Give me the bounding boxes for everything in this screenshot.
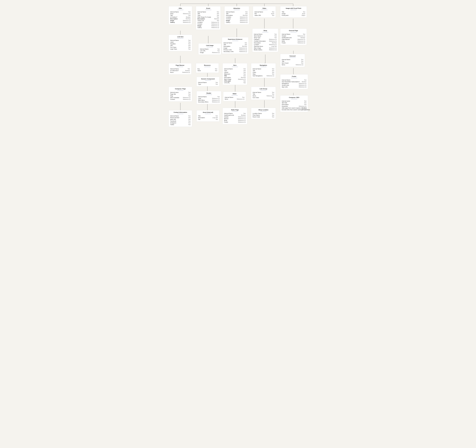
footer-title: Footer (282, 76, 306, 77)
field-row: Video URLText (255, 15, 274, 16)
field-row: HeaderReference (1) (282, 35, 305, 37)
field-row: Internal NameText (170, 11, 191, 13)
field-row: Css ClassText (170, 46, 191, 48)
field-row: Internal nameText (282, 100, 306, 102)
field-row: FileAsset (255, 13, 274, 15)
experience-enhancer-card: Experience Enhancer Internal NameText Ti… (222, 37, 249, 54)
field-row: Social LinksReference (1) (282, 84, 306, 86)
shop-location-card: Shop Location Location NameText Floor Na… (251, 108, 276, 119)
offer-title: Offer (170, 8, 191, 9)
field-row: Shop TypeText (254, 37, 277, 39)
field-row: TwitterText (170, 124, 191, 125)
field-row: Phone NumberText (170, 117, 191, 118)
field-row: Internal NameText (223, 42, 247, 44)
carousel-card: Carousel Internal NameText TitleText Ite… (280, 54, 305, 67)
field-row: Opening HoursLong Text (254, 45, 277, 47)
offer-card: Offer Internal NameText ShopReference (1… (169, 6, 192, 25)
field-row: GalleryReference (n) (170, 22, 191, 23)
shop-location-title: Shop Location (253, 109, 274, 111)
field-row: LabelText (170, 41, 191, 43)
field-row: Logo ClassText (170, 48, 191, 50)
compose-seo-title: Compose: SEO (282, 97, 306, 98)
hero-card: Hero Internal NameText TypeText LayoutTe… (222, 63, 247, 85)
field-row: ShopReference (1) (170, 13, 191, 15)
general-page-card: General Page Internal NameText HeaderRef… (280, 28, 307, 45)
field-row: Hide page from search engines (noindex)B… (282, 107, 306, 109)
field-row: Location NameText (253, 113, 274, 114)
field-row: DescriptionRichText (170, 18, 191, 20)
field-row: TitleText (198, 115, 218, 117)
field-row: Icon ClassText (253, 97, 274, 99)
link-item-card: Link Item Internal NameText LabelText He… (169, 35, 192, 51)
compose-page-title: Compose: Page (170, 88, 191, 89)
video-card: Video Internal NameText FileAsset Video … (253, 6, 276, 18)
field-row: Internal NameText (253, 68, 274, 70)
field-row: Sub NavigationsReference (n) (253, 75, 274, 77)
link-group-card: Link Group Internal NameText TitleText I… (251, 87, 276, 100)
attraction-card: Attraction Internal NameText TitleText D… (224, 6, 249, 25)
field-row: ImageReference (1) (223, 47, 247, 49)
header-title: Header (198, 92, 220, 94)
field-row: Internal NameText (198, 82, 218, 83)
image-focal-title: Image with Focal Point (282, 8, 305, 9)
contact-information-title: Contact Information (170, 111, 191, 113)
field-row: Main ImageReference (1) (224, 78, 246, 80)
field-row: Page titleText (170, 93, 191, 95)
field-row: Internal NameText (254, 33, 277, 35)
field-row: Ticket LinkText (198, 20, 219, 22)
field-row: Primary LinksReference (1) (223, 49, 247, 51)
footer-card: Footer Internal NameText Has Newsletter … (280, 74, 308, 89)
field-row: Page BannerReference (1) (282, 39, 305, 40)
header-card: Header Internal NameText LogoReference (… (197, 91, 221, 104)
field-row: Internal NameText (282, 79, 306, 81)
field-row: Internal NameText (170, 68, 190, 70)
field-row: FooterReference (1) (224, 121, 246, 123)
field-row: ImageReference (1) (200, 52, 220, 53)
field-row: TypeText (198, 15, 219, 16)
field-row: Exclude links from search rankings? (nof… (282, 109, 306, 111)
field-row: URLText (170, 45, 191, 46)
resource-title: Resource (198, 65, 217, 66)
carousel-title: Carousel (282, 55, 303, 57)
field-row: HeaderReference (1) (224, 116, 246, 118)
diagram-container: Offer Internal NameText ShopReference (1… (166, 2, 310, 136)
field-row: Secondary MenuReference (1) (198, 101, 220, 103)
field-row: Item CountText (282, 62, 303, 64)
static-page-title: Static Page (224, 109, 246, 111)
field-row: Media GalleryReference (n) (254, 49, 277, 51)
field-row: Internal NameText (224, 68, 246, 70)
field-row: Internal NameText (255, 11, 274, 13)
field-row: DescriptionRichText (226, 15, 248, 16)
field-row: BodyReference (n) (282, 40, 305, 42)
field-row: LocationReference (1) (254, 44, 277, 45)
field-row: Secondary LinksReference (1) (223, 51, 247, 52)
page-banner-card: Page Banner Internal NameText Is Fullscr… (169, 63, 192, 75)
field-row: App LinksReference (1) (282, 86, 306, 88)
link-group-title: Link Group (253, 88, 274, 89)
field-row: InstagramText (170, 122, 191, 124)
field-row: Internal NameText (253, 92, 274, 93)
field-row: LogoReference (1) (198, 98, 220, 99)
field-row: ItemsReference (n) (282, 64, 303, 66)
field-row: TitleText (198, 13, 219, 15)
field-row: Main ImageReference (1) (254, 47, 277, 49)
page-banner-title: Page Banner (170, 65, 190, 66)
field-row: Store NameText (254, 35, 277, 37)
field-row: CategoryReference (n) (254, 39, 277, 40)
asset-internal-card: Asset (internal) TitleText DescriptionLo… (197, 110, 219, 122)
field-row: Internal nameText (170, 92, 191, 93)
field-row: TitleText (253, 70, 274, 72)
field-row: ValueText (198, 70, 217, 72)
field-row: LocationReference (1) (226, 16, 248, 18)
field-row: GalleryReference (n) (226, 22, 248, 23)
resource-card: Resource KeyText ValueText (196, 63, 219, 73)
link-image-card: Link Image Internal NameText Link URLTex… (198, 43, 221, 55)
asset-internal-title: Asset (internal) (198, 111, 218, 113)
field-row: LayoutText (224, 72, 246, 73)
video-title: Video (255, 8, 274, 9)
field-row: TitleText (224, 75, 246, 77)
navigation-card: Navigation Internal NameText TitleText C… (251, 63, 276, 78)
shop-card: Shop Internal NameText Store NameText Sh… (252, 28, 278, 52)
event-card: Event Internal NameText TitleText TypeTe… (196, 6, 221, 30)
field-row: Internal NameText (282, 59, 303, 61)
